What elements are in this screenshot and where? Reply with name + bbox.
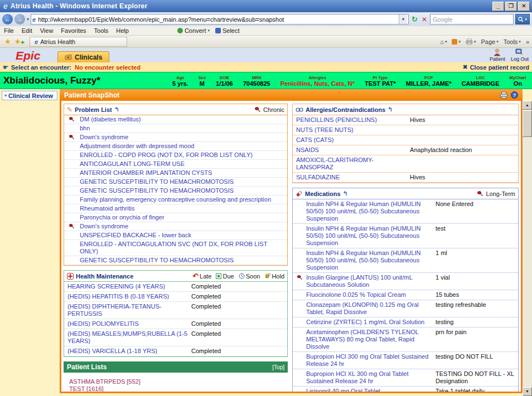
medication-name[interactable]: Bupropion HCl XL 300 mg Oral Tablet Sust… xyxy=(306,369,434,386)
menu-favorites[interactable]: Favorites xyxy=(57,27,90,34)
help-icon[interactable]: ? xyxy=(511,91,518,99)
logout-button[interactable]: Log Out xyxy=(511,48,529,62)
hm-topic[interactable]: (HEDIS) POLIOMYELITIS xyxy=(64,320,191,327)
hm-topic[interactable]: (HEDIS) HEPATITIS B (0-18 YEARS) xyxy=(64,293,191,300)
medication-row[interactable]: Bupropion HCl 300 mg Oral Tablet Sustain… xyxy=(293,352,518,369)
medication-name[interactable]: Insulin Glargine (LANTUS) 100 unit/mL Su… xyxy=(306,273,434,290)
medication-name[interactable]: Lisinopril 40 mg Oral Tablet xyxy=(306,387,434,393)
medication-name[interactable]: Insulin NPH & Regular Human (HUMULIN 50/… xyxy=(306,224,434,248)
search-input[interactable] xyxy=(430,14,514,25)
allergy-row[interactable]: NUTS (TREE NUTS) xyxy=(293,125,518,135)
allergy-row[interactable]: CATS (CATS) xyxy=(293,135,518,145)
problem-text[interactable]: Rheumatoid arthritis xyxy=(79,204,136,213)
hm-topic[interactable]: HEARING SCREENING (4 YEARS) xyxy=(64,283,191,290)
medication-row[interactable]: Insulin NPH & Regular Human (HUMULIN 50/… xyxy=(293,224,518,248)
health-maintenance-row[interactable]: (HEDIS) VARICELLA (1-18 YRS) Completed xyxy=(64,346,287,356)
search-dropdown-icon[interactable]: ▾ xyxy=(525,17,527,22)
refresh-jump-icon[interactable]: ↰ xyxy=(114,106,119,113)
medication-name[interactable]: Bupropion HCl 300 mg Oral Tablet Sustain… xyxy=(306,352,434,369)
health-maintenance-row[interactable]: (HEDIS) DIPHTHERIA-TETANUS-PERTUSSIS Com… xyxy=(64,302,287,319)
sidebar-item-clinical-review[interactable]: ▾ Clinical Review xyxy=(2,91,57,100)
problem-row[interactable]: UNSPECIFIED BACKACHE - lower back xyxy=(64,231,287,240)
problem-row[interactable]: bhn xyxy=(64,124,287,133)
problem-text[interactable]: ENROLLED - COPD PROG (NOT DX, FOR PROB L… xyxy=(79,151,254,159)
allergy-agent[interactable]: SULFADIAZINE xyxy=(293,174,410,181)
tools-menu-button[interactable]: Tools▾ xyxy=(504,38,521,45)
patient-list-item[interactable]: ASTHMA BTRPEDS [552] xyxy=(69,378,288,385)
page-menu-button[interactable]: Page▾ xyxy=(481,38,498,45)
problem-row[interactable]: GENETIC SUSCEPTIBILITY TO HEMACHROMOTOSI… xyxy=(64,178,287,187)
allergy-row[interactable]: NSAIDS Anaphylactoid reaction xyxy=(293,145,518,155)
feed-button[interactable]: ▾ xyxy=(452,39,461,45)
allergy-row[interactable]: AMOXICIL-CLARITHROMY-LANSOPRAZ xyxy=(293,155,518,173)
refresh-icon[interactable]: ↻ xyxy=(410,15,419,23)
medication-row[interactable]: Insulin Glargine (LANTUS) 100 unit/mL Su… xyxy=(293,273,518,290)
problem-text[interactable]: Down's syndrome xyxy=(79,222,129,231)
problem-text[interactable]: GENETIC SUSCEPTIBILITY TO HEMACHROMOTOSI… xyxy=(79,256,235,265)
refresh-jump-icon[interactable]: ↰ xyxy=(388,106,393,113)
problem-text[interactable]: bhn xyxy=(79,124,91,133)
problem-row[interactable]: ANTICOAGULANT LONG-TERM USE xyxy=(64,160,287,169)
address-field[interactable]: e http://wkenrmbapp01/EpicWeb/common/epi… xyxy=(31,14,409,25)
problem-row[interactable]: Adjustment disorder with depressed mood xyxy=(64,142,287,151)
menu-help[interactable]: Help xyxy=(112,27,133,34)
problem-row[interactable]: Down's syndrome xyxy=(64,222,287,231)
encounter-label[interactable]: Select an encounter: xyxy=(11,64,71,71)
address-dropdown-icon[interactable]: ▾ xyxy=(399,14,407,24)
problem-text[interactable]: ANTERIOR CHAMBER IMPLANTATION CYSTS xyxy=(79,169,213,177)
allergy-agent[interactable]: PENICILLINS (PENICILLINS) xyxy=(293,116,410,124)
top-link[interactable]: [Top] xyxy=(272,364,284,370)
medication-name[interactable]: Acetaminophen (CHILDREN'S TYLENOL MELTAW… xyxy=(306,327,434,351)
scroll-down-button[interactable]: ▼ xyxy=(523,387,532,396)
convert-button[interactable]: Convert▾ xyxy=(177,27,210,34)
medication-row[interactable]: Insulin NPH & Regular Human (HUMULIN 50/… xyxy=(293,199,518,224)
health-maintenance-row[interactable]: (HEDIS) MEASLES;MUMPS;RUBELLA (1-5 YEARS… xyxy=(64,329,287,346)
toolbar-overflow-icon[interactable]: » xyxy=(526,38,529,45)
allergy-agent[interactable]: NSAIDS xyxy=(293,146,410,154)
problem-row[interactable]: Down's syndrome xyxy=(64,133,287,142)
close-button[interactable]: ✕ xyxy=(518,2,530,11)
add-favorite-icon[interactable]: ★✚ xyxy=(13,37,26,46)
home-button[interactable]: ⌂▾ xyxy=(440,38,447,45)
history-dropdown-icon[interactable]: ▾ xyxy=(27,17,29,22)
problem-row[interactable]: GENETIC SUSCEPTIBILITY TO HEMACHROMOTOSI… xyxy=(64,256,287,265)
medication-name[interactable]: Insulin NPH & Regular Human (HUMULIN 50/… xyxy=(306,199,434,223)
medication-row[interactable]: Bupropion HCl XL 300 mg Oral Tablet Sust… xyxy=(293,369,518,387)
menu-edit[interactable]: Edit xyxy=(18,27,36,34)
select-button[interactable]: Select xyxy=(215,27,240,34)
menu-file[interactable]: File xyxy=(0,27,18,34)
stop-icon[interactable]: ✕ xyxy=(420,16,428,23)
health-maintenance-row[interactable]: HEARING SCREENING (4 YEARS) Completed xyxy=(64,282,287,292)
problem-text[interactable]: Adjustment disorder with depressed mood xyxy=(79,142,195,150)
problem-text[interactable]: UNSPECIFIED BACKACHE - lower back xyxy=(79,231,192,239)
medication-row[interactable]: Insulin NPH & Regular Human (HUMULIN 50/… xyxy=(293,248,518,273)
print-snapshot-icon[interactable] xyxy=(500,91,508,99)
scroll-up-button[interactable]: ▲ xyxy=(523,101,532,110)
problem-row[interactable]: ENROLLED - ANTICOAGULATION SVC (NOT DX, … xyxy=(64,240,287,256)
patient-button[interactable]: Patient xyxy=(490,48,505,62)
problem-row[interactable]: GENETIC SUSCEPTIBILITY TO HEMACHROMOTOSI… xyxy=(64,187,287,195)
patient-list-item[interactable]: TEST [1616] xyxy=(69,385,288,393)
patient-list-item[interactable]: TEST [1183] xyxy=(69,393,288,393)
print-button[interactable]: ▾ xyxy=(466,38,476,45)
problem-row[interactable]: DM (diabetes mellitus) xyxy=(64,115,287,124)
medication-name[interactable]: Clonazepam (KLONOPIN) 0.125 mg Oral Tabl… xyxy=(306,300,434,317)
close-patient-record-button[interactable]: ✖ Close patient record xyxy=(462,63,529,71)
medication-row[interactable]: Cetirizine (ZYRTEC) 1 mg/mL Oral Solutio… xyxy=(293,317,518,327)
medication-name[interactable]: Fluocinolone 0.025 % Topical Cream xyxy=(306,290,434,300)
favorites-star-icon[interactable]: ★ xyxy=(3,37,13,46)
medication-row[interactable]: Clonazepam (KLONOPIN) 0.125 mg Oral Tabl… xyxy=(293,300,518,317)
problem-text[interactable]: GENETIC SUSCEPTIBILITY TO HEMACHROMOTOSI… xyxy=(79,178,235,186)
allergy-agent[interactable]: AMOXICIL-CLARITHROMY-LANSOPRAZ xyxy=(293,157,410,171)
health-maintenance-row[interactable]: (HEDIS) HEPATITIS B (0-18 YEARS) Complet… xyxy=(64,292,287,302)
problem-text[interactable]: DM (diabetes mellitus) xyxy=(79,115,142,124)
restore-button[interactable]: ❐ xyxy=(505,2,517,11)
tab-clinicals[interactable]: Clinicals xyxy=(57,51,109,62)
medication-row[interactable]: Lisinopril 40 mg Oral Tablet Take 1 tabl… xyxy=(293,387,518,393)
menu-tools[interactable]: Tools xyxy=(90,27,113,34)
url-text[interactable]: http://wkenrmbapp01/EpicWeb/common/epic_… xyxy=(38,16,396,23)
problem-text[interactable]: Paronychia or onychia of finger xyxy=(79,213,166,222)
problem-text[interactable]: Down's syndrome xyxy=(79,133,129,141)
allergy-row[interactable]: SULFADIAZINE Hives xyxy=(293,173,518,183)
forward-button[interactable]: → xyxy=(14,14,25,25)
